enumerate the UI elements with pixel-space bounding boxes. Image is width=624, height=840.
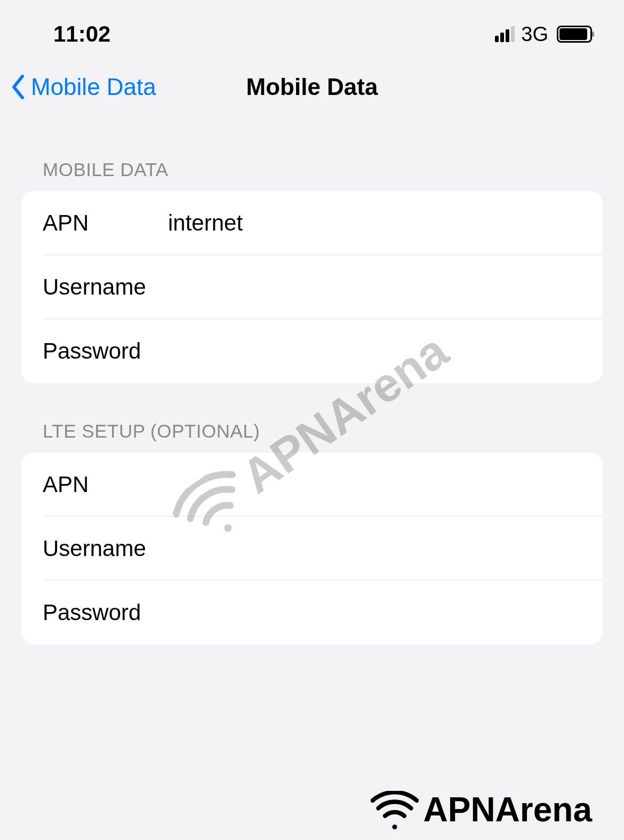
section-lte-setup: LTE SETUP (OPTIONAL) APN Username Passwo… xyxy=(0,421,624,645)
battery-icon xyxy=(557,26,592,43)
section-mobile-data: MOBILE DATA APN Username Password xyxy=(0,159,624,383)
label-password: Password xyxy=(43,338,168,364)
label-lte-password: Password xyxy=(43,600,168,625)
input-mobile-data-apn[interactable] xyxy=(168,210,581,236)
input-lte-apn[interactable] xyxy=(168,472,581,497)
back-button[interactable]: Mobile Data xyxy=(11,74,156,100)
navigation-bar: Mobile Data Mobile Data xyxy=(0,58,624,122)
label-username: Username xyxy=(43,274,168,300)
input-lte-username[interactable] xyxy=(168,536,581,561)
watermark-text: APNArena xyxy=(423,790,592,829)
row-mobile-data-apn[interactable]: APN xyxy=(43,191,603,255)
row-mobile-data-password[interactable]: Password xyxy=(21,319,603,383)
status-indicators: 3G xyxy=(495,23,592,46)
signal-strength-icon xyxy=(495,26,515,42)
status-bar: 11:02 3G xyxy=(0,0,624,58)
watermark-bottom: APNArena xyxy=(371,790,592,829)
row-mobile-data-username[interactable]: Username xyxy=(43,255,603,319)
input-mobile-data-password[interactable] xyxy=(168,338,581,364)
network-type: 3G xyxy=(521,23,548,46)
input-mobile-data-username[interactable] xyxy=(168,274,581,300)
section-header-mobile-data: MOBILE DATA xyxy=(0,159,624,191)
status-time: 11:02 xyxy=(53,21,110,47)
row-lte-username[interactable]: Username xyxy=(43,517,603,581)
section-group-lte-setup: APN Username Password xyxy=(21,453,603,645)
input-lte-password[interactable] xyxy=(168,600,581,625)
label-apn: APN xyxy=(43,210,168,236)
page-title: Mobile Data xyxy=(246,74,378,100)
section-group-mobile-data: APN Username Password xyxy=(21,191,603,383)
section-header-lte-setup: LTE SETUP (OPTIONAL) xyxy=(0,421,624,453)
label-lte-username: Username xyxy=(43,536,168,561)
label-lte-apn: APN xyxy=(43,472,168,497)
row-lte-apn[interactable]: APN xyxy=(43,453,603,517)
chevron-left-icon xyxy=(11,74,27,100)
back-label: Mobile Data xyxy=(31,74,156,100)
wifi-icon xyxy=(371,791,419,828)
row-lte-password[interactable]: Password xyxy=(21,581,603,645)
